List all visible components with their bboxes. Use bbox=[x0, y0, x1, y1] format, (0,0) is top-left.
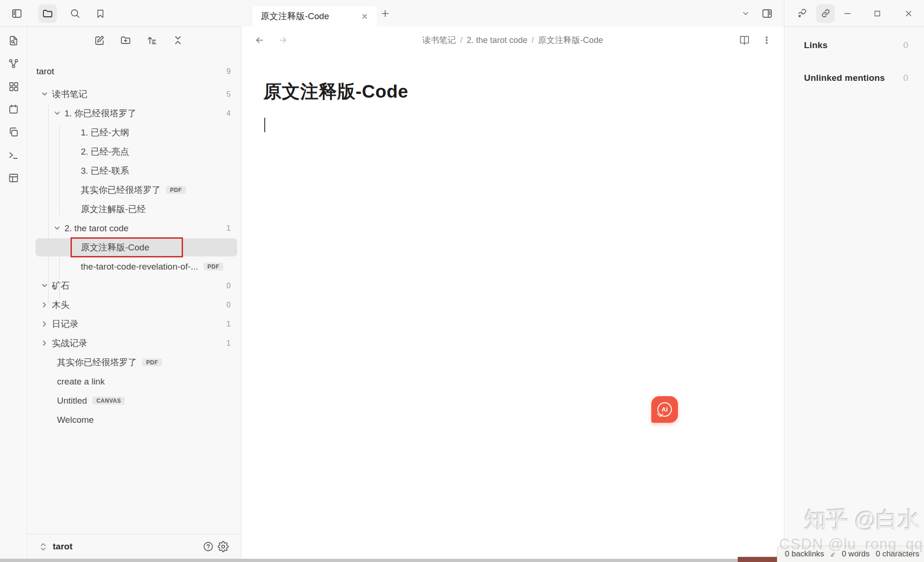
tab-files[interactable] bbox=[38, 0, 57, 27]
pdf-badge: PDF bbox=[204, 263, 223, 270]
reading-mode-button[interactable] bbox=[737, 33, 751, 47]
tree-file[interactable]: 3. 已经-联系 bbox=[27, 161, 241, 180]
new-folder-button[interactable] bbox=[119, 33, 133, 47]
gear-icon bbox=[218, 541, 229, 552]
edit-pencil-icon[interactable] bbox=[830, 549, 836, 559]
new-folder-icon bbox=[120, 35, 131, 46]
panel-left-icon bbox=[11, 8, 22, 19]
collapse-all-icon bbox=[172, 35, 183, 46]
more-options-button[interactable] bbox=[760, 33, 774, 47]
pdf-badge: PDF bbox=[166, 186, 186, 194]
explorer-toolbar bbox=[92, 33, 185, 47]
links-outgoing-icon bbox=[820, 8, 831, 19]
reading-mode-book-icon bbox=[739, 35, 750, 46]
breadcrumb-folder[interactable]: 读书笔记 bbox=[422, 36, 456, 45]
tab-list-button[interactable] bbox=[739, 0, 753, 27]
minimize-icon bbox=[843, 9, 852, 18]
bottom-accent-strip bbox=[738, 557, 777, 562]
right-sidebar: Links 0 Unlinked mentions 0 bbox=[784, 27, 924, 559]
vault-switch-icon bbox=[39, 542, 47, 551]
tab-bookmarks[interactable] bbox=[93, 0, 107, 27]
ribbon-graph-view[interactable] bbox=[8, 58, 19, 69]
editor-pane[interactable]: 读书笔记/2. the tarot code/原文注释版-Code 原文注释版-… bbox=[241, 27, 784, 559]
folder-icon bbox=[42, 8, 53, 19]
links-outgoing-tab[interactable] bbox=[816, 0, 835, 27]
links-incoming-tab[interactable] bbox=[795, 0, 809, 27]
ribbon-calendar[interactable] bbox=[8, 104, 19, 115]
pdf-badge: PDF bbox=[142, 358, 162, 366]
links-section[interactable]: Links 0 bbox=[804, 36, 908, 54]
new-note-button[interactable] bbox=[92, 33, 106, 47]
file-search-icon bbox=[8, 35, 19, 46]
close-icon bbox=[361, 13, 368, 20]
character-count[interactable]: 0 characters bbox=[875, 549, 919, 559]
help-button[interactable] bbox=[201, 539, 216, 554]
tree-file[interactable]: 其实你已经很塔罗了 PDF bbox=[27, 353, 241, 372]
graph-icon bbox=[8, 58, 19, 69]
backlinks-count[interactable]: 0 backlinks bbox=[785, 549, 824, 559]
tree-folder[interactable]: 木头 0 bbox=[27, 295, 241, 314]
tree-file[interactable]: the-tarot-code-revelation-of-... PDF bbox=[27, 257, 241, 276]
close-icon bbox=[904, 9, 913, 18]
chevron-down-icon bbox=[741, 9, 750, 18]
search-icon bbox=[70, 8, 80, 19]
vault-switcher-bar[interactable]: tarot bbox=[27, 534, 241, 559]
chevron-down-icon[interactable] bbox=[54, 225, 61, 232]
status-bar: 0 backlinks 0 words 0 characters bbox=[777, 546, 924, 562]
tree-file[interactable]: Welcome bbox=[27, 410, 241, 429]
chevron-right-icon[interactable] bbox=[41, 320, 48, 327]
minimize-button[interactable] bbox=[840, 0, 854, 27]
chevron-down-icon[interactable] bbox=[41, 91, 48, 98]
ribbon-terminal[interactable] bbox=[8, 149, 19, 161]
maximize-button[interactable] bbox=[870, 0, 884, 27]
new-note-icon bbox=[94, 35, 105, 46]
links-count: 0 bbox=[903, 40, 908, 50]
editor-tab[interactable]: 原文注释版-Code bbox=[252, 6, 377, 27]
collapse-all-button[interactable] bbox=[171, 33, 185, 47]
titlebar-divider bbox=[784, 0, 784, 27]
tree-file-selected[interactable]: 原文注释版-Code bbox=[27, 238, 241, 257]
tree-folder[interactable]: 2. the tarot code 1 bbox=[27, 219, 241, 238]
ai-bubble-icon: AI bbox=[657, 402, 672, 417]
tree-folder[interactable]: 读书笔记 5 bbox=[27, 85, 241, 104]
tree-file[interactable]: 其实你已经很塔罗了 PDF bbox=[27, 180, 241, 199]
tree-file[interactable]: 原文注解版-已经 bbox=[27, 199, 241, 219]
breadcrumb: 读书笔记/2. the tarot code/原文注释版-Code bbox=[241, 35, 784, 46]
tree-file[interactable]: 2. 已经-亮点 bbox=[27, 142, 241, 161]
tree-file[interactable]: create a link bbox=[27, 372, 241, 391]
word-count[interactable]: 0 words bbox=[842, 549, 870, 559]
panel-right-toggle-button[interactable] bbox=[760, 0, 774, 27]
tab-search[interactable] bbox=[68, 0, 82, 27]
chevron-right-icon[interactable] bbox=[41, 340, 48, 347]
ribbon-workspace-layout[interactable] bbox=[8, 172, 19, 184]
tree-folder[interactable]: 实战记录 1 bbox=[27, 334, 241, 353]
new-tab-button[interactable] bbox=[377, 0, 393, 27]
ribbon-canvas[interactable] bbox=[8, 81, 19, 92]
breadcrumb-file[interactable]: 原文注释版-Code bbox=[538, 36, 603, 45]
vault-header[interactable]: tarot 9 bbox=[27, 62, 241, 81]
tree-file[interactable]: 1. 已经-大纲 bbox=[27, 123, 241, 142]
ai-assistant-button[interactable]: AI bbox=[651, 396, 678, 423]
breadcrumb-folder[interactable]: 2. the tarot code bbox=[466, 36, 527, 45]
close-window-button[interactable] bbox=[902, 0, 916, 27]
tree-file[interactable]: Untitled CANVAS bbox=[27, 391, 241, 410]
panel-left-toggle-button[interactable] bbox=[10, 0, 24, 27]
note-title[interactable]: 原文注释版-Code bbox=[263, 79, 409, 104]
chevron-down-icon[interactable] bbox=[54, 110, 61, 117]
file-explorer-sidebar: tarot 9 读书笔记 5 1. 你已经很塔罗了 4 1. 已经-大纲 2. … bbox=[27, 27, 241, 559]
chevron-right-icon[interactable] bbox=[41, 301, 48, 308]
sort-order-button[interactable] bbox=[145, 33, 159, 47]
ribbon-templates[interactable] bbox=[8, 127, 19, 138]
settings-button[interactable] bbox=[216, 539, 231, 554]
links-incoming-icon bbox=[797, 8, 807, 19]
unlinked-mentions-section[interactable]: Unlinked mentions 0 bbox=[804, 69, 908, 87]
note-editor[interactable]: 原文注释版-Code bbox=[263, 79, 409, 132]
tree-folder[interactable]: 1. 你已经很塔罗了 4 bbox=[27, 104, 241, 123]
tree-folder[interactable]: 日记录 1 bbox=[27, 314, 241, 334]
sort-icon bbox=[146, 35, 157, 46]
chevron-down-icon[interactable] bbox=[41, 282, 48, 289]
tree-folder[interactable]: 矿石 0 bbox=[27, 276, 241, 295]
ribbon-quick-switcher[interactable] bbox=[8, 35, 19, 46]
tab-close-button[interactable] bbox=[358, 9, 372, 23]
plus-icon bbox=[380, 8, 390, 19]
